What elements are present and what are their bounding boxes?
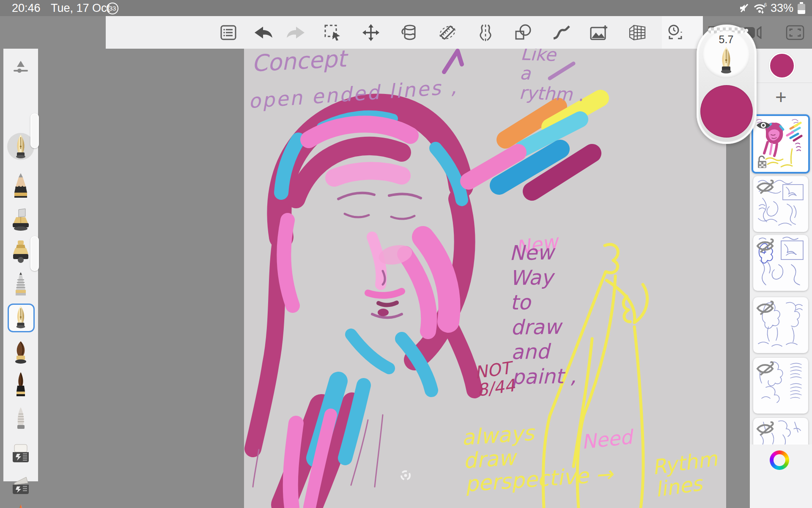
color-wheel[interactable] [770, 450, 789, 470]
status-bar: 20:46 Tue, 17 Oct 33 6 33% [0, 0, 812, 16]
wifi-icon: 6 [753, 2, 767, 14]
notification-badge: 33 [107, 3, 118, 14]
date: Tue, 17 Oct [51, 2, 110, 15]
drawing-canvas[interactable]: Concept open ended lines , Like a rythm … [244, 49, 726, 508]
fullscreen-icon[interactable] [780, 16, 810, 49]
tool-angled-eraser[interactable] [3, 472, 38, 500]
tool-pointed-brush[interactable] [3, 370, 38, 398]
color-section [750, 49, 812, 83]
sidebar-handle-top[interactable] [30, 113, 39, 148]
layer-thumbnail-3[interactable] [753, 235, 808, 291]
reset-rotation-icon[interactable] [399, 469, 412, 482]
redo-icon[interactable] [281, 16, 311, 49]
painting-app: Concept open ended lines , Like a rythm … [0, 0, 812, 508]
layers-panel: + [750, 49, 812, 508]
tool-round-brush[interactable] [3, 339, 38, 367]
favorites-star-button[interactable]: ★ [3, 497, 38, 508]
mute-icon [738, 3, 749, 14]
brush-size-value: 5.7 [702, 33, 750, 46]
transform-move-icon[interactable] [356, 16, 386, 49]
tool-pencil[interactable] [3, 171, 38, 199]
menu-icon[interactable] [213, 16, 244, 49]
current-color-swatch[interactable] [769, 52, 795, 79]
battery-percent: 33% [771, 2, 793, 15]
smooth-stroke-icon[interactable] [546, 16, 576, 49]
timelapse-icon[interactable] [660, 16, 691, 49]
layer-thumbnail-1[interactable] [752, 114, 810, 174]
tool-chisel-marker[interactable] [3, 206, 38, 234]
perspective-grid-icon[interactable] [622, 16, 653, 49]
select-icon[interactable] [318, 16, 348, 49]
shapes-icon[interactable] [508, 16, 538, 49]
tool-fountain-pen-selected[interactable] [3, 303, 38, 331]
clock: 20:46 [12, 2, 41, 15]
battery-icon [797, 1, 806, 15]
color-wheel-section [750, 444, 812, 508]
symmetry-icon[interactable] [470, 16, 501, 49]
add-layer-label: + [775, 86, 787, 108]
fountain-pen-icon [719, 46, 734, 74]
tool-blending-stump[interactable] [3, 405, 38, 433]
layer-thumbnail-4[interactable] [753, 297, 808, 353]
ruler-icon[interactable] [432, 16, 463, 49]
tool-technical-pen[interactable] [3, 271, 38, 298]
layer-visible-eye-icon[interactable] [755, 119, 771, 131]
current-color-preview[interactable] [700, 85, 753, 138]
layer-thumbnail-5[interactable] [753, 358, 808, 414]
layer-hidden-eye-icon[interactable] [755, 301, 775, 316]
brush-settings-button[interactable] [3, 55, 38, 83]
brush-size-color-widget: 5.7 [697, 25, 757, 144]
layer-thumbnail-2[interactable] [753, 176, 808, 232]
add-image-icon[interactable] [584, 16, 614, 49]
star-icon: ★ [13, 502, 29, 508]
undo-icon[interactable] [248, 16, 278, 49]
layer-hidden-eye-icon[interactable] [755, 238, 775, 254]
fill-bucket-icon[interactable] [394, 16, 424, 49]
top-toolbar: T [106, 16, 703, 49]
layer-hidden-eye-icon[interactable] [755, 421, 775, 436]
layer-hidden-eye-icon[interactable] [755, 179, 775, 195]
add-layer-button[interactable]: + [750, 83, 812, 111]
svg-text:6: 6 [764, 2, 767, 7]
layer-hidden-eye-icon[interactable] [755, 361, 775, 376]
painting-artwork [244, 49, 726, 508]
alpha-lock-icon[interactable] [756, 155, 768, 169]
sidebar-handle-bottom[interactable] [30, 236, 39, 271]
brush-size-preview[interactable]: 5.7 [702, 31, 750, 78]
tool-flat-eraser[interactable] [3, 440, 38, 468]
